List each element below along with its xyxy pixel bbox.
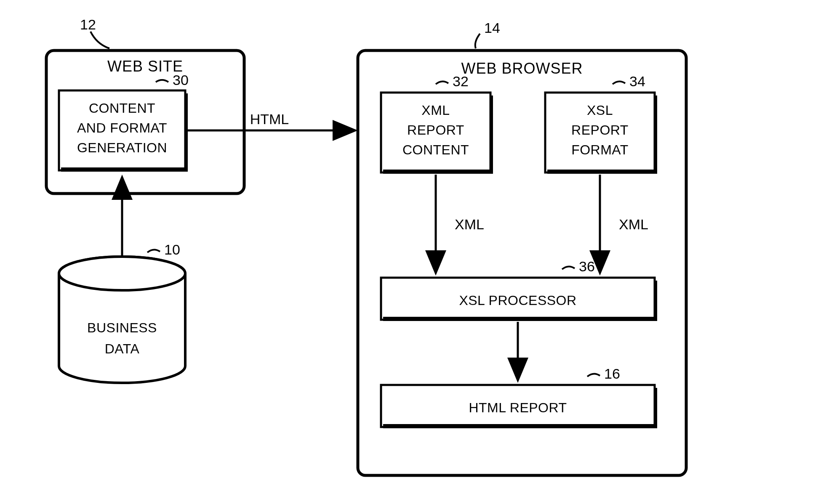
ref-10: 10 <box>164 241 180 257</box>
svg-rect-3 <box>383 170 493 174</box>
svg-rect-8 <box>654 281 657 321</box>
xml-content-l3: CONTENT <box>402 142 469 157</box>
svg-rect-4 <box>490 95 493 174</box>
web-browser-title: WEB BROWSER <box>461 60 583 77</box>
svg-rect-1 <box>61 167 187 172</box>
xsl-format-l3: FORMAT <box>571 142 629 157</box>
ref-16: 16 <box>604 366 620 382</box>
architecture-diagram: 12 WEB SITE 30 CONTENT AND FORMAT GENERA… <box>0 0 826 504</box>
content-gen-l1: CONTENT <box>89 101 155 116</box>
svg-point-12 <box>59 257 185 290</box>
svg-rect-10 <box>654 388 657 428</box>
arrow-xml-left-label: XML <box>455 216 484 232</box>
ref-14: 14 <box>484 20 500 36</box>
ref-36: 36 <box>579 258 595 274</box>
xsl-processor-label: XSL PROCESSOR <box>459 293 576 308</box>
svg-rect-2 <box>184 93 188 172</box>
xsl-format-l1: XSL <box>587 103 613 118</box>
business-data-l2: DATA <box>105 341 140 356</box>
content-gen-l2: AND FORMAT <box>77 120 167 135</box>
svg-rect-5 <box>547 170 657 174</box>
ref-34: 34 <box>629 73 645 89</box>
ref-32: 32 <box>453 73 469 89</box>
html-report-label: HTML REPORT <box>469 400 567 415</box>
xsl-format-l2: REPORT <box>571 122 629 138</box>
xml-content-l1: XML <box>421 103 450 118</box>
arrow-html-label: HTML <box>250 111 289 127</box>
svg-rect-9 <box>383 424 657 428</box>
arrow-xml-right-label: XML <box>619 216 648 232</box>
svg-rect-6 <box>654 95 657 174</box>
content-gen-l3: GENERATION <box>77 140 167 155</box>
business-data-l1: BUSINESS <box>87 320 157 335</box>
svg-rect-7 <box>383 317 657 321</box>
xml-content-l2: REPORT <box>407 122 464 138</box>
ref-30: 30 <box>173 72 189 88</box>
ref-12: 12 <box>80 16 96 32</box>
web-site-title: WEB SITE <box>107 58 183 75</box>
business-data-cylinder: BUSINESS DATA <box>59 257 185 383</box>
